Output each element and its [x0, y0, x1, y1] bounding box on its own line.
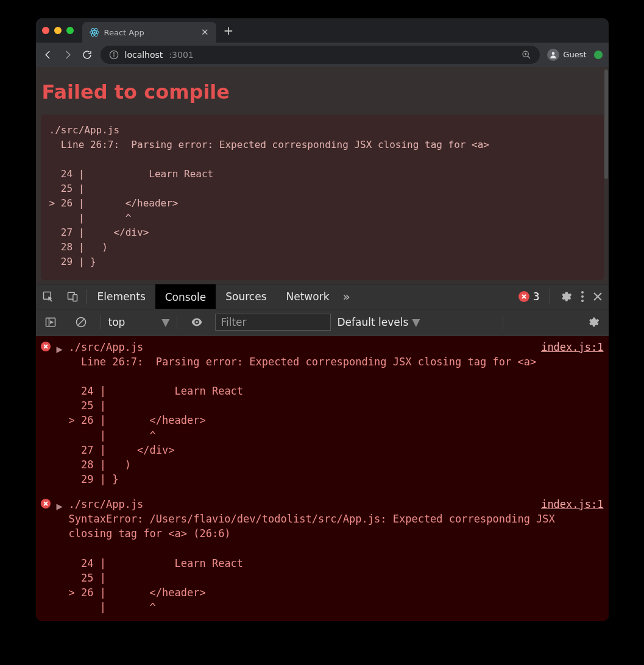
inspect-element-icon[interactable] [36, 290, 60, 303]
chevron-down-icon: ▼ [161, 316, 169, 328]
close-tab-icon[interactable]: ✕ [201, 27, 209, 38]
error-icon [41, 499, 51, 508]
console-error-entry: ▶ ./src/App.js index.js:1 SyntaxError: /… [36, 493, 609, 621]
error-count-badge[interactable]: 3 [518, 290, 540, 303]
address-bar: localhost:3001 Guest [36, 43, 609, 67]
console-toolbar: top ▼ Filter Default levels ▼ [36, 309, 609, 336]
console-sidebar-icon[interactable] [38, 316, 63, 328]
filter-input[interactable]: Filter [215, 314, 331, 331]
tab-bar: React App ✕ + [36, 18, 609, 43]
levels-label: Default levels [337, 316, 408, 328]
error-icon [41, 342, 51, 351]
context-value: top [108, 316, 126, 328]
devtools-tabbar: Elements Console Sources Network » 3 [36, 284, 609, 309]
device-toolbar-icon[interactable] [60, 290, 85, 303]
maximize-window-button[interactable] [66, 27, 74, 34]
zoom-icon[interactable] [522, 50, 531, 60]
console-error-body: Line 26:7: Parsing error: Expected corre… [41, 354, 604, 487]
console-error-body: SyntaxError: /Users/flavio/dev/todolist/… [41, 512, 604, 614]
console-error-entry: ▶ ./src/App.js index.js:1 Line 26:7: Par… [36, 336, 609, 493]
error-heading: Failed to compile [36, 67, 609, 114]
devtools-panel: Elements Console Sources Network » 3 [36, 284, 609, 621]
guest-avatar-icon [547, 49, 559, 61]
svg-line-8 [528, 56, 530, 58]
devtools-tab-sources[interactable]: Sources [216, 284, 276, 309]
svg-point-11 [552, 52, 555, 55]
log-levels-selector[interactable]: Default levels ▼ [337, 316, 420, 328]
devtools-menu-icon[interactable] [581, 290, 584, 303]
browser-window: React App ✕ + localhost:3001 [36, 18, 609, 621]
reload-button[interactable] [81, 49, 93, 61]
svg-line-21 [78, 319, 84, 325]
browser-tab[interactable]: React App ✕ [82, 22, 216, 43]
url-port: :3001 [169, 50, 193, 60]
console-source: ./src/App.js [69, 497, 144, 512]
forward-button[interactable] [62, 49, 74, 61]
svg-point-15 [581, 291, 584, 294]
svg-rect-14 [73, 294, 77, 301]
profile-button[interactable]: Guest [547, 49, 586, 61]
console-source-link[interactable]: index.js:1 [541, 340, 603, 354]
tab-title: React App [104, 28, 144, 37]
svg-point-6 [113, 52, 114, 53]
expand-icon[interactable]: ▶ [57, 342, 63, 356]
live-expression-icon[interactable] [185, 315, 209, 329]
react-favicon-icon [90, 27, 99, 37]
devtools-settings-icon[interactable] [560, 290, 572, 303]
clear-console-icon[interactable] [69, 316, 93, 328]
console-settings-icon[interactable] [587, 316, 600, 328]
expand-icon[interactable]: ▶ [57, 499, 63, 513]
error-badge-icon [518, 291, 529, 302]
devtools-tab-console[interactable]: Console [155, 284, 216, 309]
error-count-value: 3 [533, 290, 540, 303]
url-field[interactable]: localhost:3001 [101, 46, 540, 64]
site-info-icon[interactable] [109, 50, 119, 60]
svg-point-17 [581, 300, 584, 302]
console-source: ./src/App.js [69, 340, 144, 354]
url-host: localhost [125, 50, 163, 60]
filter-placeholder: Filter [221, 316, 246, 328]
back-button[interactable] [42, 49, 54, 61]
error-code-block: ./src/App.js Line 26:7: Parsing error: E… [41, 114, 604, 280]
window-controls [42, 27, 74, 34]
svg-point-16 [581, 295, 584, 298]
close-window-button[interactable] [42, 27, 49, 34]
page-scrollbar[interactable] [604, 67, 609, 284]
chevron-down-icon: ▼ [412, 316, 420, 328]
profile-indicator-icon[interactable] [594, 51, 603, 59]
svg-point-3 [93, 32, 95, 33]
devtools-tab-network[interactable]: Network [277, 284, 339, 309]
page-viewport: Failed to compile ./src/App.js Line 26:7… [36, 67, 609, 284]
guest-label: Guest [563, 50, 586, 59]
minimize-window-button[interactable] [54, 27, 62, 34]
devtools-close-icon[interactable] [593, 292, 603, 301]
more-tabs-icon[interactable]: » [342, 289, 350, 304]
console-output[interactable]: ▶ ./src/App.js index.js:1 Line 26:7: Par… [36, 336, 609, 621]
context-selector[interactable]: top ▼ [108, 316, 170, 328]
console-source-link[interactable]: index.js:1 [541, 497, 603, 512]
svg-point-22 [196, 321, 199, 323]
new-tab-button[interactable]: + [224, 23, 234, 38]
devtools-tab-elements[interactable]: Elements [88, 284, 155, 309]
